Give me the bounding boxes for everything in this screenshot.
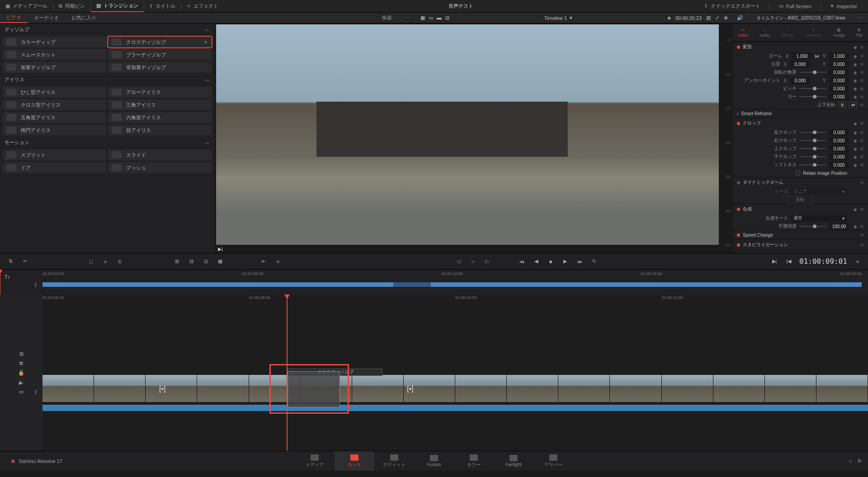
inspector-tab-file[interactable]: 🗎File [856,28,863,37]
play-icon[interactable]: ▶ [561,257,569,266]
crop-left-input[interactable] [829,129,849,136]
clip-thumbnail[interactable] [352,375,404,402]
crop-top-input[interactable] [829,145,849,152]
inspector-tab-image[interactable]: ▦Image [833,28,844,37]
page-deliver[interactable]: デリバー [533,451,573,471]
transition-item[interactable]: クロスディゾルブ★ [108,37,212,47]
crop-left-slider[interactable] [799,132,826,133]
page-cut[interactable]: カット [335,451,374,471]
transition-item[interactable]: 目アイリス [108,125,212,136]
transition-item[interactable]: ドア [3,162,106,173]
full-screen-button[interactable]: ▭Full Screen [774,3,817,9]
prev-clip-icon[interactable]: |◀ [785,257,793,266]
effect-tab[interactable]: ✧エフェクト [181,0,224,12]
inspector-more-icon[interactable]: ⋯ [859,15,863,21]
chevron-down-icon[interactable]: ▾ [570,15,572,21]
title-tab[interactable]: Tタイトル [144,0,181,12]
dynzoom-header[interactable]: ダイナミックズーム [743,179,783,186]
loop-icon[interactable]: ↻ [590,257,598,266]
edit-in-icon[interactable]: [•] [159,385,166,393]
settings-icon[interactable]: ⚙ [857,458,862,464]
tool-e-icon[interactable]: ⊟ [187,257,195,266]
category-header[interactable]: ディゾルブ [5,26,29,33]
transition-item[interactable]: 非加算ディゾルブ [108,62,212,73]
home-icon[interactable]: ⌂ [849,458,852,464]
zoom-y-input[interactable] [829,53,849,60]
append-icon[interactable]: ≡ [274,257,282,266]
mini-playhead[interactable] [0,270,0,295]
view-icon[interactable]: ▭ [19,389,24,395]
tool-row1-b[interactable]: ⧉ [19,360,23,366]
smart-reframe-header[interactable]: Smart Reframe [741,111,772,116]
pos-x-input[interactable] [790,61,810,68]
crop-soft-slider[interactable] [799,164,826,165]
more-icon[interactable]: ⋯ [398,13,416,23]
edit-out-icon[interactable]: [•] [407,385,414,393]
rotation-input[interactable] [829,69,849,76]
crop-soft-input[interactable] [829,162,849,168]
retain-pos-checkbox[interactable] [796,171,800,175]
category-header[interactable]: モーション [5,139,29,146]
transition-item[interactable]: アローアイリス [108,87,212,98]
view-icon-1[interactable]: ▦ [420,15,425,21]
sort-icon[interactable]: ⇅ [6,257,14,266]
crop-bottom-slider[interactable] [799,156,826,157]
view-icon-4[interactable]: ⊟ [445,15,449,21]
stop-dot-icon[interactable]: ○ [469,257,477,266]
cut-icon[interactable]: ✂ [21,257,29,266]
ease-select[interactable]: リニア▾ [791,188,847,195]
tool-icon-3[interactable]: ⊕ [724,15,728,21]
mini-timeline[interactable]: T↕ 1 01:00:00:0001:00:05:0001:00:10:0001… [0,269,868,295]
text-tool-icon[interactable]: T↕ [5,274,10,280]
view-icon-2[interactable]: ▭ [429,15,433,21]
clip-thumbnail[interactable] [197,375,249,402]
play-start-icon[interactable]: ▶| [218,246,223,252]
tool-a-icon[interactable]: ⎕ [87,257,95,266]
inspector-tab-video[interactable]: ▭Video [738,28,748,37]
yaw-input[interactable] [829,94,849,100]
timeline-name[interactable]: Timeline 1 [544,15,567,21]
video-subtab[interactable]: ビデオ [0,13,28,23]
next-edit-icon[interactable]: ▷ [483,257,491,266]
stab-header[interactable]: スタビライゼーション [743,242,788,248]
composite-mode-select[interactable]: 通常▾ [791,215,847,222]
composite-header[interactable]: 合成 [743,206,752,212]
opacity-input[interactable] [829,223,849,230]
reset-icon[interactable]: ⟲ [860,45,863,50]
search-label[interactable]: 検索 [376,13,398,23]
page-edit[interactable]: エディット [374,451,414,471]
quick-export-button[interactable]: ⇪クイックエクスポート [698,3,766,9]
flip-h-button[interactable]: ⇄ [849,102,857,108]
stop-icon[interactable]: ■ [547,257,555,266]
flip-v-button[interactable]: ⇅ [838,102,846,108]
category-header[interactable]: アイリス [5,76,24,83]
transition-item[interactable]: プッシュ [108,162,212,173]
go-start-icon[interactable]: ⏮ [518,257,526,266]
page-fairlight[interactable]: Fairlight [494,451,533,471]
clip-thumbnail[interactable] [146,375,197,402]
transition-item[interactable]: スライド [108,150,212,160]
transition-item[interactable]: 加算ディゾルブ [3,62,106,73]
inspector-tab-effects[interactable]: ✧Effects [781,28,793,37]
inspector-button[interactable]: ✶Inspector [825,3,863,9]
view-icon-3[interactable]: ▬ [437,15,442,21]
transition-item[interactable]: ブラーディゾルブ [108,49,212,60]
clip-thumbnail[interactable] [610,375,661,402]
pitch-input[interactable] [829,85,849,92]
tool-icon-1[interactable]: ▧ [706,15,711,21]
transition-tab[interactable]: ▧トランジション [91,0,144,12]
transition-item[interactable]: 六角形アイリス [108,112,212,123]
speed-header[interactable]: Speed Change [743,233,773,238]
clip-thumbnail[interactable] [42,375,94,402]
crop-right-input[interactable] [829,137,849,144]
inspector-tab-audio[interactable]: ♪Audio [760,28,770,37]
clip-thumbnail[interactable] [558,375,610,402]
menu-icon[interactable]: ≡ [854,257,862,266]
favorite-subtab[interactable]: お気に入り [65,13,103,23]
clip-thumbnail[interactable] [713,375,765,402]
crop-header[interactable]: クロップ [743,120,761,126]
link-icon[interactable]: ⋈ [815,54,819,59]
tool-icon-2[interactable]: ⤢ [715,15,719,21]
next-clip-icon[interactable]: ▶| [770,257,778,266]
clip-thumbnail[interactable] [507,375,558,402]
